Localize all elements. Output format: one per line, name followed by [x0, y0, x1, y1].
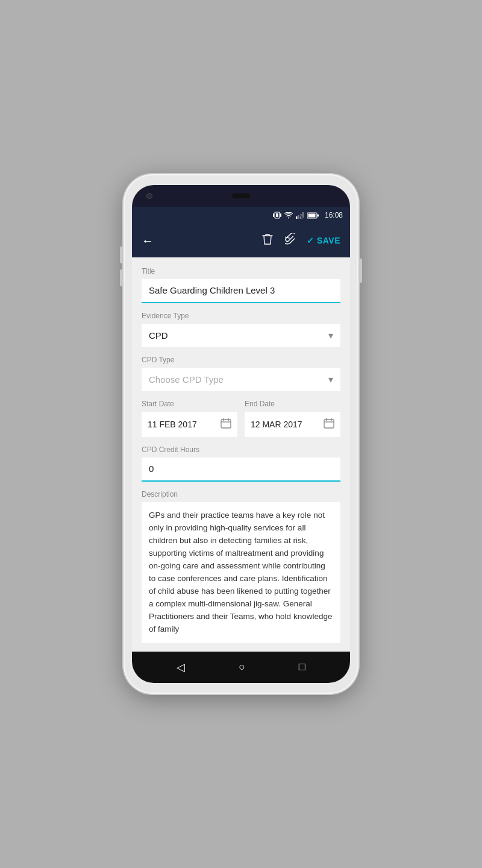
title-label: Title [142, 267, 340, 275]
start-date-label: Start Date [142, 400, 237, 408]
wifi-icon [284, 212, 293, 219]
chevron-down-icon: ▾ [328, 330, 333, 341]
vol-down-button[interactable] [120, 269, 122, 286]
start-date-group: Start Date 11 FEB 2017 [142, 400, 237, 437]
nav-recents-button[interactable]: □ [299, 661, 305, 673]
svg-rect-10 [317, 214, 319, 216]
battery-icon [307, 212, 319, 219]
description-field-group: Description GPs and their practice teams… [142, 490, 340, 643]
evidence-type-label: Evidence Type [142, 312, 340, 320]
title-input[interactable] [149, 285, 333, 295]
paperclip-icon [285, 233, 295, 245]
camera [146, 193, 152, 199]
save-button[interactable]: ✓ SAVE [307, 236, 340, 245]
app-bar: ← ✓ SAVE [132, 224, 350, 257]
save-check-icon: ✓ [307, 236, 315, 245]
status-icons: 16:08 [273, 211, 343, 219]
vibrate-icon [273, 212, 281, 219]
power-button[interactable] [360, 259, 362, 283]
vol-up-button[interactable] [120, 247, 122, 263]
svg-rect-1 [276, 213, 278, 217]
end-calendar-icon [324, 418, 334, 431]
start-calendar-icon [221, 418, 231, 431]
evidence-type-dropdown[interactable]: CPD ▾ [142, 324, 340, 347]
earpiece [232, 193, 250, 198]
trash-icon [262, 233, 273, 245]
evidence-type-field-group: Evidence Type CPD ▾ [142, 312, 340, 347]
bottom-nav: ◁ ○ □ [132, 652, 350, 683]
cpd-chevron-down-icon: ▾ [328, 374, 333, 385]
title-input-wrapper [142, 279, 340, 303]
title-field-group: Title [142, 267, 340, 303]
svg-rect-3 [280, 213, 281, 217]
nav-back-button[interactable]: ◁ [177, 661, 185, 674]
description-label: Description [142, 490, 340, 498]
phone-frame: 16:08 ← [124, 174, 358, 693]
svg-rect-5 [298, 215, 299, 219]
back-button[interactable]: ← [142, 234, 154, 248]
cpd-type-dropdown[interactable]: Choose CPD Type ▾ [142, 368, 340, 391]
end-date-value: 12 MAR 2017 [251, 420, 302, 429]
app-bar-left: ← [142, 234, 154, 248]
delete-button[interactable] [262, 233, 273, 248]
svg-rect-2 [273, 213, 274, 217]
signal-icon [296, 212, 304, 219]
cpd-credit-input[interactable] [149, 464, 333, 474]
start-date-value: 11 FEB 2017 [148, 420, 197, 429]
evidence-type-value: CPD [149, 330, 168, 341]
phone-top-hardware [132, 185, 350, 207]
end-date-label: End Date [245, 400, 340, 408]
svg-rect-16 [324, 420, 334, 428]
cpd-credit-input-wrapper [142, 458, 340, 482]
cpd-type-label: CPD Type [142, 356, 340, 364]
attach-button[interactable] [285, 233, 295, 248]
date-row: Start Date 11 FEB 2017 [142, 400, 340, 437]
status-bar: 16:08 [132, 207, 350, 224]
svg-rect-12 [221, 420, 231, 428]
cpd-credit-field-group: CPD Credit Hours [142, 445, 340, 482]
end-date-group: End Date 12 MAR 2017 [245, 400, 340, 437]
nav-home-button[interactable]: ○ [239, 661, 245, 673]
cpd-type-field-group: CPD Type Choose CPD Type ▾ [142, 356, 340, 391]
status-time: 16:08 [325, 211, 343, 219]
form-content: Title Evidence Type CPD ▾ CPD Type Choos… [132, 257, 350, 651]
svg-rect-4 [296, 216, 298, 219]
phone-screen: 16:08 ← [132, 185, 350, 682]
description-text[interactable]: GPs and their practice teams have a key … [142, 502, 340, 643]
start-date-picker[interactable]: 11 FEB 2017 [142, 412, 237, 437]
end-date-picker[interactable]: 12 MAR 2017 [245, 412, 340, 437]
save-label: SAVE [317, 236, 340, 245]
cpd-credit-label: CPD Credit Hours [142, 445, 340, 454]
svg-rect-11 [308, 213, 315, 217]
app-bar-right: ✓ SAVE [262, 233, 340, 248]
cpd-type-placeholder: Choose CPD Type [149, 374, 224, 385]
